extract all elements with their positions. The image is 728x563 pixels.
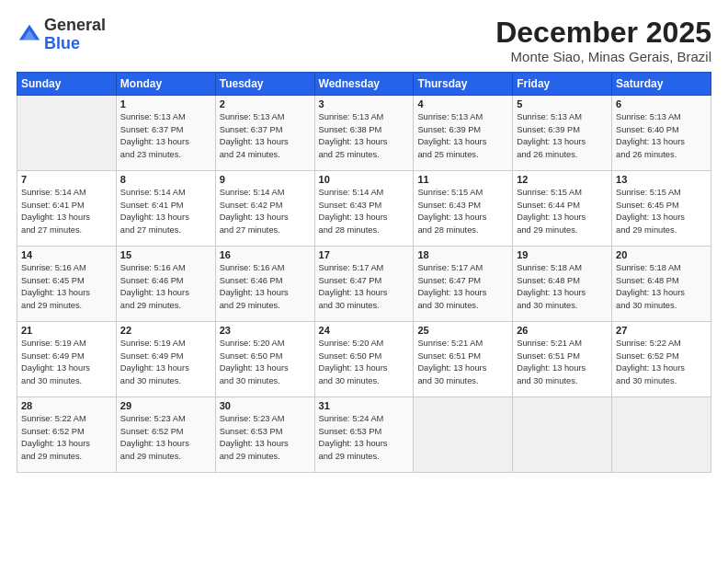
header-cell-saturday: Saturday — [612, 73, 711, 96]
day-number: 13 — [616, 174, 707, 185]
day-info: Sunrise: 5:14 AMSunset: 6:42 PMDaylight:… — [220, 187, 311, 236]
header: General Blue December 2025 Monte Siao, M… — [17, 17, 711, 64]
calendar-cell — [612, 397, 711, 473]
calendar-cell: 28Sunrise: 5:22 AMSunset: 6:52 PMDayligh… — [17, 397, 117, 473]
day-number: 27 — [616, 325, 707, 336]
day-info: Sunrise: 5:20 AMSunset: 6:50 PMDaylight:… — [220, 338, 311, 387]
day-info: Sunrise: 5:18 AMSunset: 6:48 PMDaylight:… — [517, 262, 608, 312]
calendar-cell — [17, 96, 117, 171]
logo-text: General Blue — [44, 17, 106, 53]
calendar-cell: 25Sunrise: 5:21 AMSunset: 6:51 PMDayligh… — [414, 322, 513, 397]
header-cell-thursday: Thursday — [414, 73, 513, 96]
title-block: December 2025 Monte Siao, Minas Gerais, … — [495, 17, 711, 64]
day-info: Sunrise: 5:14 AMSunset: 6:41 PMDaylight:… — [21, 187, 112, 236]
day-number: 10 — [319, 174, 410, 185]
calendar-cell: 17Sunrise: 5:17 AMSunset: 6:47 PMDayligh… — [314, 247, 414, 322]
day-number: 31 — [319, 400, 410, 411]
day-number: 6 — [616, 98, 707, 109]
calendar-header: SundayMondayTuesdayWednesdayThursdayFrid… — [17, 73, 711, 96]
day-info: Sunrise: 5:17 AMSunset: 6:47 PMDaylight:… — [319, 262, 410, 312]
header-cell-sunday: Sunday — [17, 73, 117, 96]
day-info: Sunrise: 5:13 AMSunset: 6:38 PMDaylight:… — [319, 111, 410, 161]
calendar-cell: 9Sunrise: 5:14 AMSunset: 6:42 PMDaylight… — [215, 171, 314, 247]
day-number: 19 — [517, 249, 608, 260]
calendar-cell: 31Sunrise: 5:24 AMSunset: 6:53 PMDayligh… — [314, 397, 414, 473]
day-number: 21 — [21, 325, 112, 336]
calendar-cell: 16Sunrise: 5:16 AMSunset: 6:46 PMDayligh… — [215, 247, 314, 322]
calendar-cell: 22Sunrise: 5:19 AMSunset: 6:49 PMDayligh… — [116, 322, 215, 397]
calendar-cell: 24Sunrise: 5:20 AMSunset: 6:50 PMDayligh… — [314, 322, 414, 397]
calendar-cell: 14Sunrise: 5:16 AMSunset: 6:45 PMDayligh… — [17, 247, 117, 322]
day-number: 12 — [517, 174, 608, 185]
day-number: 1 — [120, 98, 211, 109]
calendar-cell: 13Sunrise: 5:15 AMSunset: 6:45 PMDayligh… — [612, 171, 711, 247]
calendar-cell: 10Sunrise: 5:14 AMSunset: 6:43 PMDayligh… — [314, 171, 414, 247]
day-info: Sunrise: 5:23 AMSunset: 6:53 PMDaylight:… — [220, 413, 311, 463]
calendar-cell: 2Sunrise: 5:13 AMSunset: 6:37 PMDaylight… — [215, 96, 314, 171]
day-info: Sunrise: 5:16 AMSunset: 6:45 PMDaylight:… — [21, 262, 112, 312]
month-title: December 2025 — [495, 17, 711, 49]
calendar-cell: 12Sunrise: 5:15 AMSunset: 6:44 PMDayligh… — [513, 171, 612, 247]
day-number: 15 — [120, 249, 211, 260]
calendar-cell: 20Sunrise: 5:18 AMSunset: 6:48 PMDayligh… — [612, 247, 711, 322]
calendar-cell: 11Sunrise: 5:15 AMSunset: 6:43 PMDayligh… — [414, 171, 513, 247]
day-info: Sunrise: 5:16 AMSunset: 6:46 PMDaylight:… — [220, 262, 311, 312]
header-cell-tuesday: Tuesday — [215, 73, 314, 96]
day-number: 24 — [319, 325, 410, 336]
calendar-cell: 27Sunrise: 5:22 AMSunset: 6:52 PMDayligh… — [612, 322, 711, 397]
day-info: Sunrise: 5:13 AMSunset: 6:37 PMDaylight:… — [220, 111, 311, 161]
calendar-table: SundayMondayTuesdayWednesdayThursdayFrid… — [17, 72, 711, 473]
logo-icon — [17, 22, 42, 48]
day-info: Sunrise: 5:18 AMSunset: 6:48 PMDaylight:… — [616, 262, 707, 312]
calendar-cell: 29Sunrise: 5:23 AMSunset: 6:52 PMDayligh… — [116, 397, 215, 473]
calendar-cell: 7Sunrise: 5:14 AMSunset: 6:41 PMDaylight… — [17, 171, 117, 247]
day-info: Sunrise: 5:22 AMSunset: 6:52 PMDaylight:… — [21, 413, 112, 463]
day-number: 20 — [616, 249, 707, 260]
calendar-cell: 19Sunrise: 5:18 AMSunset: 6:48 PMDayligh… — [513, 247, 612, 322]
logo: General Blue — [17, 17, 106, 53]
header-cell-wednesday: Wednesday — [314, 73, 414, 96]
day-info: Sunrise: 5:24 AMSunset: 6:53 PMDaylight:… — [319, 413, 410, 463]
day-number: 23 — [220, 325, 311, 336]
week-row-1: 7Sunrise: 5:14 AMSunset: 6:41 PMDaylight… — [17, 171, 711, 247]
day-info: Sunrise: 5:19 AMSunset: 6:49 PMDaylight:… — [21, 338, 112, 387]
calendar-cell: 23Sunrise: 5:20 AMSunset: 6:50 PMDayligh… — [215, 322, 314, 397]
day-number: 25 — [417, 325, 508, 336]
header-row: SundayMondayTuesdayWednesdayThursdayFrid… — [17, 73, 711, 96]
day-number: 28 — [21, 400, 112, 411]
calendar-body: 1Sunrise: 5:13 AMSunset: 6:37 PMDaylight… — [17, 96, 711, 473]
day-number: 3 — [319, 98, 410, 109]
day-info: Sunrise: 5:20 AMSunset: 6:50 PMDaylight:… — [319, 338, 410, 387]
calendar-cell: 8Sunrise: 5:14 AMSunset: 6:41 PMDaylight… — [116, 171, 215, 247]
day-number: 5 — [517, 98, 608, 109]
day-info: Sunrise: 5:21 AMSunset: 6:51 PMDaylight:… — [517, 338, 608, 387]
week-row-0: 1Sunrise: 5:13 AMSunset: 6:37 PMDaylight… — [17, 96, 711, 171]
day-info: Sunrise: 5:14 AMSunset: 6:41 PMDaylight:… — [120, 187, 211, 236]
day-number: 7 — [21, 174, 112, 185]
day-info: Sunrise: 5:23 AMSunset: 6:52 PMDaylight:… — [120, 413, 211, 463]
week-row-2: 14Sunrise: 5:16 AMSunset: 6:45 PMDayligh… — [17, 247, 711, 322]
day-info: Sunrise: 5:15 AMSunset: 6:44 PMDaylight:… — [517, 187, 608, 236]
day-number: 2 — [220, 98, 311, 109]
calendar-cell: 6Sunrise: 5:13 AMSunset: 6:40 PMDaylight… — [612, 96, 711, 171]
day-number: 22 — [120, 325, 211, 336]
logo-blue: Blue — [44, 34, 80, 52]
calendar-cell: 1Sunrise: 5:13 AMSunset: 6:37 PMDaylight… — [116, 96, 215, 171]
page: General Blue December 2025 Monte Siao, M… — [0, 0, 728, 563]
calendar-cell: 4Sunrise: 5:13 AMSunset: 6:39 PMDaylight… — [414, 96, 513, 171]
day-info: Sunrise: 5:21 AMSunset: 6:51 PMDaylight:… — [417, 338, 508, 387]
week-row-4: 28Sunrise: 5:22 AMSunset: 6:52 PMDayligh… — [17, 397, 711, 473]
calendar-cell: 3Sunrise: 5:13 AMSunset: 6:38 PMDaylight… — [314, 96, 414, 171]
day-number: 14 — [21, 249, 112, 260]
day-number: 16 — [220, 249, 311, 260]
header-cell-monday: Monday — [116, 73, 215, 96]
logo-general: General — [44, 16, 106, 34]
day-number: 29 — [120, 400, 211, 411]
day-info: Sunrise: 5:13 AMSunset: 6:39 PMDaylight:… — [417, 111, 508, 161]
day-number: 11 — [417, 174, 508, 185]
calendar-cell: 30Sunrise: 5:23 AMSunset: 6:53 PMDayligh… — [215, 397, 314, 473]
day-number: 8 — [120, 174, 211, 185]
day-number: 17 — [319, 249, 410, 260]
day-info: Sunrise: 5:15 AMSunset: 6:45 PMDaylight:… — [616, 187, 707, 236]
day-info: Sunrise: 5:22 AMSunset: 6:52 PMDaylight:… — [616, 338, 707, 387]
